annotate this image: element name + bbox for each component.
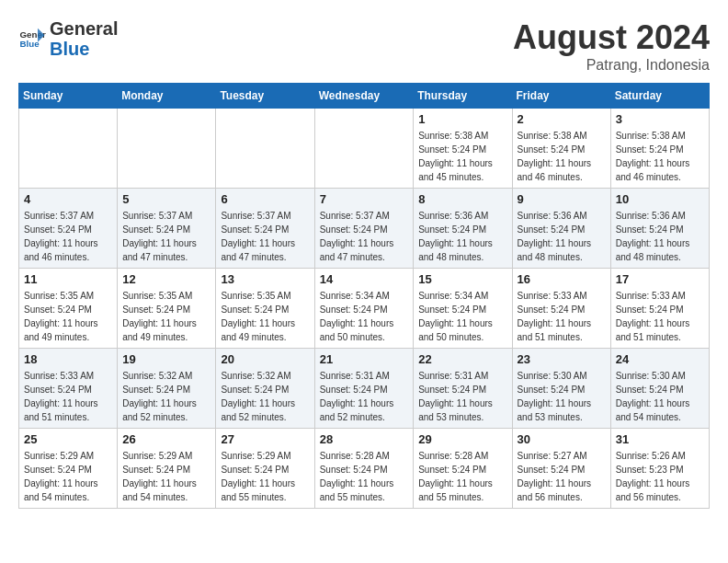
logo-text: GeneralBlue (50, 18, 118, 59)
week-row-4: 18Sunrise: 5:33 AMSunset: 5:24 PMDayligh… (19, 349, 710, 429)
day-info: Sunrise: 5:27 AMSunset: 5:24 PMDaylight:… (518, 449, 606, 504)
week-row-3: 11Sunrise: 5:35 AMSunset: 5:24 PMDayligh… (19, 269, 710, 349)
calendar-cell: 15Sunrise: 5:34 AMSunset: 5:24 PMDayligh… (414, 269, 512, 349)
week-row-2: 4Sunrise: 5:37 AMSunset: 5:24 PMDaylight… (19, 189, 710, 269)
calendar-header-row: SundayMondayTuesdayWednesdayThursdayFrid… (19, 84, 710, 109)
day-number: 1 (418, 112, 506, 126)
title-block: August 2024 Patrang, Indonesia (513, 18, 710, 74)
day-number: 10 (616, 192, 704, 206)
day-info: Sunrise: 5:36 AMSunset: 5:24 PMDaylight:… (616, 209, 704, 264)
calendar-cell: 5Sunrise: 5:37 AMSunset: 5:24 PMDaylight… (118, 189, 216, 269)
location: Patrang, Indonesia (513, 57, 710, 74)
week-row-1: 1Sunrise: 5:38 AMSunset: 5:24 PMDaylight… (19, 109, 710, 189)
day-number: 6 (221, 192, 309, 206)
day-number: 22 (418, 352, 506, 366)
day-number: 23 (518, 352, 606, 366)
day-info: Sunrise: 5:29 AMSunset: 5:24 PMDaylight:… (24, 449, 112, 504)
calendar-cell: 8Sunrise: 5:36 AMSunset: 5:24 PMDaylight… (414, 189, 512, 269)
day-info: Sunrise: 5:37 AMSunset: 5:24 PMDaylight:… (221, 209, 309, 264)
day-number: 12 (122, 272, 210, 286)
day-number: 15 (418, 272, 506, 286)
day-info: Sunrise: 5:38 AMSunset: 5:24 PMDaylight:… (418, 129, 506, 184)
day-number: 3 (616, 112, 704, 126)
day-number: 25 (24, 432, 112, 446)
day-info: Sunrise: 5:31 AMSunset: 5:24 PMDaylight:… (418, 369, 506, 424)
day-number: 30 (518, 432, 606, 446)
header-thursday: Thursday (414, 84, 512, 109)
day-info: Sunrise: 5:37 AMSunset: 5:24 PMDaylight:… (24, 209, 112, 264)
day-number: 5 (122, 192, 210, 206)
calendar-cell: 2Sunrise: 5:38 AMSunset: 5:24 PMDaylight… (512, 109, 610, 189)
day-info: Sunrise: 5:33 AMSunset: 5:24 PMDaylight:… (518, 289, 606, 344)
day-number: 19 (122, 352, 210, 366)
header-tuesday: Tuesday (216, 84, 314, 109)
day-number: 18 (24, 352, 112, 366)
calendar-cell: 21Sunrise: 5:31 AMSunset: 5:24 PMDayligh… (314, 349, 414, 429)
calendar-table: SundayMondayTuesdayWednesdayThursdayFrid… (18, 83, 710, 509)
day-info: Sunrise: 5:37 AMSunset: 5:24 PMDaylight:… (122, 209, 210, 264)
day-number: 21 (320, 352, 409, 366)
day-number: 31 (616, 432, 704, 446)
calendar-cell: 12Sunrise: 5:35 AMSunset: 5:24 PMDayligh… (118, 269, 216, 349)
calendar-cell: 13Sunrise: 5:35 AMSunset: 5:24 PMDayligh… (216, 269, 314, 349)
calendar-cell (314, 109, 414, 189)
day-info: Sunrise: 5:30 AMSunset: 5:24 PMDaylight:… (518, 369, 606, 424)
day-number: 26 (122, 432, 210, 446)
header-friday: Friday (512, 84, 610, 109)
day-number: 17 (616, 272, 704, 286)
header-monday: Monday (118, 84, 216, 109)
calendar-cell: 27Sunrise: 5:29 AMSunset: 5:24 PMDayligh… (216, 429, 314, 509)
calendar-cell: 24Sunrise: 5:30 AMSunset: 5:24 PMDayligh… (610, 349, 709, 429)
day-number: 20 (221, 352, 309, 366)
day-info: Sunrise: 5:36 AMSunset: 5:24 PMDaylight:… (518, 209, 606, 264)
day-info: Sunrise: 5:29 AMSunset: 5:24 PMDaylight:… (122, 449, 210, 504)
day-info: Sunrise: 5:35 AMSunset: 5:24 PMDaylight:… (24, 289, 112, 344)
day-info: Sunrise: 5:26 AMSunset: 5:23 PMDaylight:… (616, 449, 704, 504)
day-info: Sunrise: 5:37 AMSunset: 5:24 PMDaylight:… (320, 209, 409, 264)
month-title: August 2024 (513, 18, 710, 57)
calendar-cell: 4Sunrise: 5:37 AMSunset: 5:24 PMDaylight… (19, 189, 118, 269)
calendar-cell: 20Sunrise: 5:32 AMSunset: 5:24 PMDayligh… (216, 349, 314, 429)
day-info: Sunrise: 5:35 AMSunset: 5:24 PMDaylight:… (122, 289, 210, 344)
calendar-cell: 11Sunrise: 5:35 AMSunset: 5:24 PMDayligh… (19, 269, 118, 349)
day-info: Sunrise: 5:29 AMSunset: 5:24 PMDaylight:… (221, 449, 309, 504)
day-info: Sunrise: 5:34 AMSunset: 5:24 PMDaylight:… (320, 289, 409, 344)
page-header: General Blue GeneralBlue August 2024 Pat… (18, 18, 710, 74)
header-wednesday: Wednesday (314, 84, 414, 109)
calendar-cell: 1Sunrise: 5:38 AMSunset: 5:24 PMDaylight… (414, 109, 512, 189)
calendar-cell: 19Sunrise: 5:32 AMSunset: 5:24 PMDayligh… (118, 349, 216, 429)
day-number: 28 (320, 432, 409, 446)
day-info: Sunrise: 5:34 AMSunset: 5:24 PMDaylight:… (418, 289, 506, 344)
day-number: 4 (24, 192, 112, 206)
day-info: Sunrise: 5:31 AMSunset: 5:24 PMDaylight:… (320, 369, 409, 424)
calendar-cell: 22Sunrise: 5:31 AMSunset: 5:24 PMDayligh… (414, 349, 512, 429)
calendar-cell: 25Sunrise: 5:29 AMSunset: 5:24 PMDayligh… (19, 429, 118, 509)
day-info: Sunrise: 5:38 AMSunset: 5:24 PMDaylight:… (518, 129, 606, 184)
day-info: Sunrise: 5:32 AMSunset: 5:24 PMDaylight:… (122, 369, 210, 424)
week-row-5: 25Sunrise: 5:29 AMSunset: 5:24 PMDayligh… (19, 429, 710, 509)
day-number: 14 (320, 272, 409, 286)
calendar-cell (118, 109, 216, 189)
calendar-cell: 6Sunrise: 5:37 AMSunset: 5:24 PMDaylight… (216, 189, 314, 269)
day-number: 8 (418, 192, 506, 206)
day-number: 7 (320, 192, 409, 206)
day-number: 2 (518, 112, 606, 126)
calendar-cell: 18Sunrise: 5:33 AMSunset: 5:24 PMDayligh… (19, 349, 118, 429)
calendar-cell: 3Sunrise: 5:38 AMSunset: 5:24 PMDaylight… (610, 109, 709, 189)
calendar-cell: 9Sunrise: 5:36 AMSunset: 5:24 PMDaylight… (512, 189, 610, 269)
day-info: Sunrise: 5:33 AMSunset: 5:24 PMDaylight:… (24, 369, 112, 424)
day-number: 27 (221, 432, 309, 446)
calendar-cell: 7Sunrise: 5:37 AMSunset: 5:24 PMDaylight… (314, 189, 414, 269)
day-info: Sunrise: 5:28 AMSunset: 5:24 PMDaylight:… (418, 449, 506, 504)
calendar-cell: 26Sunrise: 5:29 AMSunset: 5:24 PMDayligh… (118, 429, 216, 509)
day-info: Sunrise: 5:30 AMSunset: 5:24 PMDaylight:… (616, 369, 704, 424)
day-info: Sunrise: 5:28 AMSunset: 5:24 PMDaylight:… (320, 449, 409, 504)
day-number: 29 (418, 432, 506, 446)
day-info: Sunrise: 5:33 AMSunset: 5:24 PMDaylight:… (616, 289, 704, 344)
day-number: 13 (221, 272, 309, 286)
calendar-cell: 23Sunrise: 5:30 AMSunset: 5:24 PMDayligh… (512, 349, 610, 429)
calendar-cell: 29Sunrise: 5:28 AMSunset: 5:24 PMDayligh… (414, 429, 512, 509)
calendar-cell: 28Sunrise: 5:28 AMSunset: 5:24 PMDayligh… (314, 429, 414, 509)
day-number: 9 (518, 192, 606, 206)
day-number: 16 (518, 272, 606, 286)
